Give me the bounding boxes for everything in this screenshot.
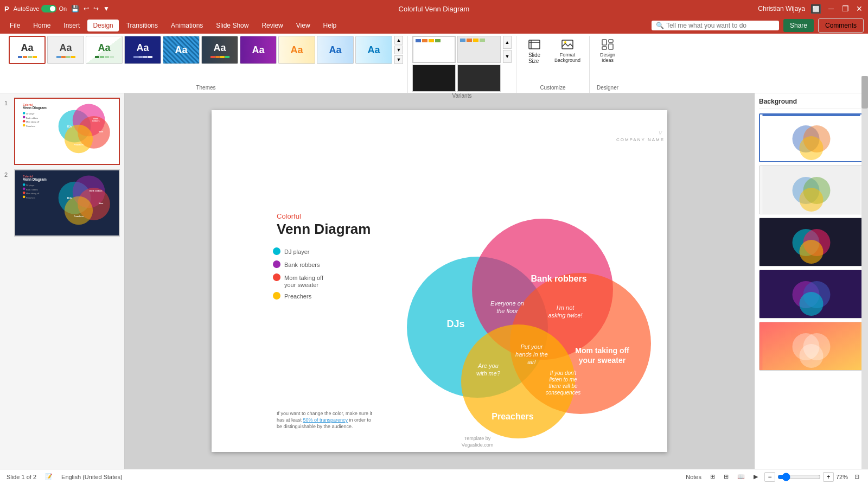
- svg-text:the floor: the floor: [496, 308, 519, 314]
- zoom-slider[interactable]: [777, 473, 821, 481]
- menu-design[interactable]: Design: [87, 20, 118, 31]
- slide1-thumbnail-venn: Colorful Venn Diagram DJ player Bank rob…: [17, 101, 117, 162]
- menu-home[interactable]: Home: [28, 20, 56, 31]
- svg-point-91: [800, 136, 824, 160]
- variant-grid: [412, 36, 501, 92]
- variant-1[interactable]: [412, 36, 456, 63]
- variants-scroll-down[interactable]: ▼: [503, 50, 512, 63]
- design-idea-5[interactable]: [759, 322, 864, 371]
- menu-transitions[interactable]: Transitions: [121, 20, 163, 31]
- svg-text:DJ player: DJ player: [284, 249, 310, 255]
- theme-office[interactable]: Aa: [9, 36, 46, 64]
- theme-scroll-more[interactable]: ▼: [394, 55, 403, 64]
- search-icon: 🔍: [656, 22, 664, 29]
- theme-green[interactable]: Aa: [86, 36, 123, 64]
- svg-point-51: [273, 247, 280, 255]
- svg-point-107: [800, 344, 824, 368]
- svg-text:COMPANY NAME: COMPANY NAME: [616, 137, 665, 142]
- title-bar-left: P AutoSave On 💾 ↩ ↪ ▼: [4, 5, 110, 13]
- menu-review[interactable]: Review: [256, 20, 288, 31]
- theme-dark[interactable]: Aa: [201, 36, 238, 64]
- scrollbar-thumb[interactable]: [861, 76, 868, 109]
- svg-text:robbers: robbers: [92, 120, 100, 122]
- minimize-btn[interactable]: ─: [827, 4, 835, 13]
- slide-item-1[interactable]: 1 Colorful Venn Diagram DJ player Bank r…: [4, 98, 120, 165]
- restore-btn[interactable]: ❐: [841, 4, 850, 13]
- svg-text:hands in the: hands in the: [515, 351, 548, 358]
- fit-slide-button[interactable]: ⊡: [852, 472, 861, 481]
- svg-text:If you want to change the colo: If you want to change the color, make su…: [277, 411, 373, 416]
- slide-sorter-button[interactable]: ⊞: [722, 472, 731, 481]
- restore-icon[interactable]: 🔲: [810, 4, 821, 14]
- undo-icon[interactable]: ↩: [84, 5, 89, 12]
- slide-canvas[interactable]: V COMPANY NAME Colorful Venn Diagram DJ …: [212, 110, 667, 452]
- vertical-scrollbar[interactable]: [861, 76, 868, 469]
- menu-insert[interactable]: Insert: [58, 20, 85, 31]
- svg-rect-6: [609, 40, 613, 42]
- customize-icon[interactable]: ▼: [103, 5, 110, 12]
- slide2-thumbnail-venn: Colorful Venn Diagram DJ player Bank rob…: [17, 173, 117, 233]
- normal-view-button[interactable]: ⊞: [708, 472, 717, 481]
- format-background-icon: [561, 38, 574, 51]
- svg-point-99: [800, 240, 824, 264]
- design-idea-4[interactable]: [759, 270, 864, 319]
- menu-animations[interactable]: Animations: [165, 20, 208, 31]
- zoom-in-button[interactable]: +: [823, 472, 834, 482]
- theme-2[interactable]: Aa: [47, 36, 84, 64]
- zoom-out-button[interactable]: −: [764, 472, 775, 482]
- format-background-button[interactable]: FormatBackground: [550, 36, 585, 65]
- design-idea-2[interactable]: [759, 165, 864, 214]
- slide-size-button[interactable]: SlideSize: [521, 36, 548, 66]
- menu-slideshow[interactable]: Slide Show: [210, 20, 254, 31]
- autosave-toggle[interactable]: [41, 5, 56, 12]
- comments-button[interactable]: Comments: [818, 18, 864, 33]
- slide-size-icon: [528, 38, 541, 51]
- svg-point-53: [273, 260, 280, 268]
- slide-thumb-2[interactable]: Colorful Venn Diagram DJ player Bank rob…: [14, 169, 120, 237]
- variants-scroll-up[interactable]: ▲: [503, 36, 512, 49]
- slideshow-button[interactable]: ▶: [751, 472, 760, 481]
- slide-number-1: 1: [4, 98, 11, 106]
- save-icon[interactable]: 💾: [71, 5, 79, 12]
- themes-label: Themes: [9, 84, 403, 93]
- slide-item-2[interactable]: 2 Colorful Venn Diagram DJ player Bank r…: [4, 169, 120, 237]
- theme-brightblue[interactable]: Aa: [355, 36, 392, 64]
- svg-text:Preachers: Preachers: [284, 293, 312, 300]
- menu-help[interactable]: Help: [318, 20, 342, 31]
- design-ideas-button[interactable]: DesignIdeas: [594, 36, 621, 65]
- variant-3[interactable]: [412, 65, 456, 92]
- theme-bluegray[interactable]: Aa: [317, 36, 354, 64]
- variants-label: Variants: [412, 92, 512, 101]
- menu-view[interactable]: View: [291, 20, 316, 31]
- slide-notes-icon[interactable]: 📝: [43, 472, 55, 481]
- notes-button[interactable]: Notes: [684, 473, 704, 481]
- design-idea-1[interactable]: [759, 113, 864, 162]
- theme-dots[interactable]: Aa: [124, 36, 161, 64]
- theme-pattern[interactable]: Aa: [163, 36, 200, 64]
- menu-file[interactable]: File: [4, 20, 25, 31]
- svg-text:Put your: Put your: [521, 343, 544, 350]
- slide-thumb-1[interactable]: Colorful Venn Diagram DJ player Bank rob…: [14, 98, 120, 165]
- variant-4[interactable]: [457, 65, 501, 92]
- right-panel: Background: [754, 93, 868, 469]
- svg-text:there will be: there will be: [548, 383, 578, 389]
- slide-panel: 1 Colorful Venn Diagram DJ player Bank r…: [0, 93, 125, 469]
- design-idea-3[interactable]: [759, 218, 864, 266]
- svg-text:Everyone on: Everyone on: [490, 300, 524, 307]
- share-button[interactable]: Share: [783, 19, 814, 32]
- svg-text:Mom: Mom: [99, 131, 104, 133]
- svg-point-22: [65, 125, 93, 153]
- svg-text:your sweater: your sweater: [284, 282, 318, 288]
- redo-icon[interactable]: ↪: [93, 5, 99, 12]
- close-btn[interactable]: ✕: [855, 4, 864, 13]
- variant-2[interactable]: [457, 36, 501, 63]
- search-input[interactable]: [666, 22, 775, 29]
- svg-text:Mom taking off: Mom taking off: [284, 275, 324, 281]
- theme-purple[interactable]: Aa: [240, 36, 277, 64]
- svg-text:be distinguishable by the audi: be distinguishable by the audience.: [277, 424, 353, 429]
- svg-text:Venn Diagram: Venn Diagram: [23, 177, 47, 182]
- reading-view-button[interactable]: 📖: [735, 472, 747, 481]
- theme-scroll-down[interactable]: ▼: [394, 46, 403, 54]
- theme-scroll-up[interactable]: ▲: [394, 36, 403, 44]
- theme-gold[interactable]: Aa: [278, 36, 315, 64]
